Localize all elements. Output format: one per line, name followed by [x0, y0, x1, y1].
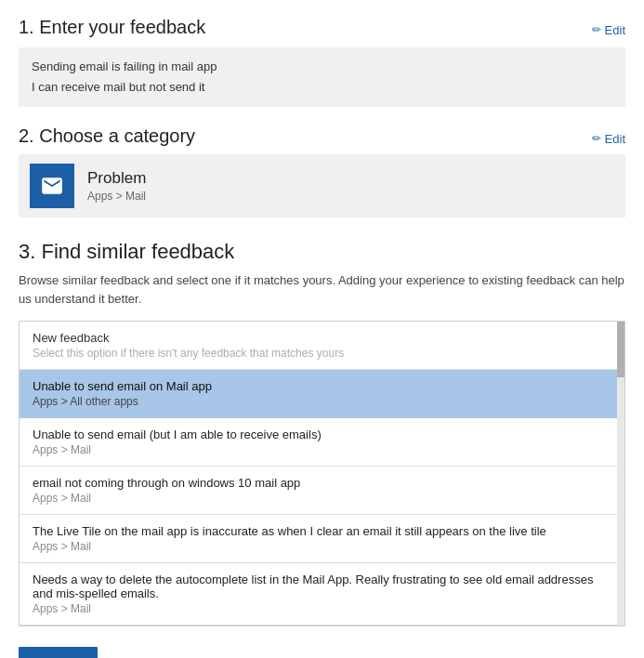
feedback-list-item-item-1[interactable]: Unable to send email on Mail appApps > A… [20, 370, 624, 418]
section1-header: 1. Enter your feedback ✏ Edit [19, 17, 625, 38]
category-info: Problem Apps > Mail [87, 169, 146, 203]
feedback-list-item-item-3[interactable]: email not coming through on windows 10 m… [20, 467, 624, 515]
category-box: Problem Apps > Mail [19, 154, 625, 217]
next-button[interactable]: Next [19, 647, 98, 658]
item-sub-item-5: Apps > Mail [33, 602, 611, 615]
feedback-text-box: Sending email is failing in mail app I c… [19, 47, 625, 107]
category-path: Apps > Mail [87, 190, 146, 203]
item-title-item-2: Unable to send email (but I am able to r… [33, 428, 611, 441]
section1-edit-label: Edit [605, 23, 625, 37]
feedback-line2: I can receive mail but not send it [32, 77, 612, 98]
section2-header: 2. Choose a category ✏ Edit [19, 125, 625, 147]
feedback-list-item-new-feedback[interactable]: New feedbackSelect this option if there … [20, 322, 624, 370]
edit-icon-1: ✏ [592, 23, 601, 36]
item-title-item-4: The Live Tile on the mail app is inaccur… [33, 524, 611, 538]
category-icon [30, 164, 74, 208]
section1-edit-link[interactable]: ✏ Edit [592, 23, 625, 37]
scroll-track [617, 322, 624, 625]
feedback-list-item-item-5[interactable]: Needs a way to delete the autocomplete l… [20, 563, 624, 625]
item-sub-item-2: Apps > Mail [33, 443, 611, 456]
section2-edit-label: Edit [605, 132, 625, 146]
item-title-new-feedback: New feedback [33, 331, 611, 345]
item-sub-item-1: Apps > All other apps [33, 395, 611, 408]
item-title-item-3: email not coming through on windows 10 m… [33, 476, 611, 490]
category-type: Problem [87, 169, 146, 188]
item-title-item-1: Unable to send email on Mail app [33, 379, 611, 393]
section3-title: 3. Find similar feedback [19, 240, 625, 264]
section2-edit-link[interactable]: ✏ Edit [592, 132, 625, 146]
mail-icon [40, 174, 64, 198]
item-title-item-5: Needs a way to delete the autocomplete l… [33, 572, 611, 600]
section1-title: 1. Enter your feedback [19, 17, 205, 38]
item-sub-item-4: Apps > Mail [33, 540, 611, 553]
section3-container: 3. Find similar feedback Browse similar … [19, 240, 625, 626]
item-sub-new-feedback: Select this option if there isn't any fe… [33, 347, 611, 360]
item-sub-item-3: Apps > Mail [33, 492, 611, 505]
section3-description: Browse similar feedback and select one i… [19, 271, 625, 308]
feedback-list-item-item-4[interactable]: The Live Tile on the mail app is inaccur… [20, 515, 624, 563]
edit-icon-2: ✏ [592, 132, 601, 145]
scroll-thumb[interactable] [617, 322, 624, 377]
feedback-line1: Sending email is failing in mail app [32, 57, 612, 77]
feedback-list: New feedbackSelect this option if there … [19, 321, 625, 626]
feedback-list-item-item-2[interactable]: Unable to send email (but I am able to r… [20, 418, 624, 467]
section2-title: 2. Choose a category [19, 125, 195, 147]
